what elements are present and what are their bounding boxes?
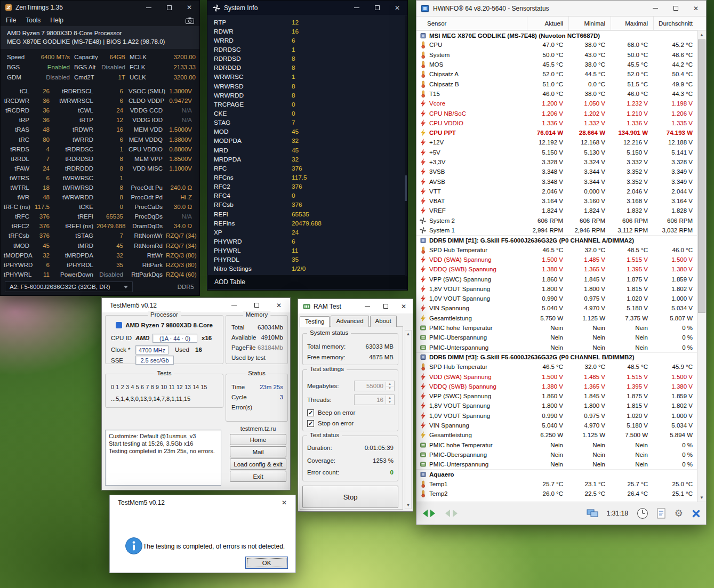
sensor-row[interactable]: System 12,994 RPM2,946 RPM3,112 RPM3,032… — [416, 225, 697, 235]
maximize-button[interactable] — [159, 1, 179, 14]
tab-testing[interactable]: Testing — [300, 316, 330, 327]
minimize-button[interactable] — [358, 299, 376, 313]
sensor-row[interactable]: VPP (SWC) Spannung1.860 V1.845 V1.875 V1… — [416, 391, 697, 401]
sensor-row[interactable]: VDD (SWA) Spannung1.500 V1.485 V1.515 V1… — [416, 372, 697, 381]
menu-tools[interactable]: Tools — [26, 17, 41, 24]
spin-down-icon[interactable]: ▼ — [386, 386, 394, 391]
sensor-row[interactable]: Temp125.7 °C23.1 °C25.7 °C25.0 °C — [416, 479, 697, 489]
test-number[interactable]: 8 — [151, 384, 154, 390]
spin-down-icon[interactable]: ▼ — [386, 400, 394, 405]
close-button[interactable]: ✕ — [179, 1, 199, 14]
test-number[interactable]: 0 — [111, 384, 114, 390]
menu-help[interactable]: Help — [50, 17, 63, 24]
scrollbar-thumb[interactable] — [698, 39, 705, 313]
sensor-row[interactable]: Gesamtleistung6.250 W1.125 W7.500 W5.894… — [416, 430, 697, 440]
website-label[interactable]: testmem.tz.ru — [230, 425, 286, 432]
exit-button[interactable]: Exit — [230, 471, 286, 482]
nav-back-forward-icon[interactable] — [422, 509, 437, 518]
sensor-row[interactable]: +3,3V3.328 V3.324 V3.332 V3.328 V — [416, 157, 697, 167]
ramtest-titlebar[interactable]: RAM Test ✕ — [298, 299, 413, 313]
menu-file[interactable]: File — [6, 17, 16, 24]
spin-up-icon[interactable]: ▲ — [386, 396, 394, 400]
rt-scrollbar[interactable]: ▲ ▼ — [405, 330, 412, 509]
sensor-row[interactable]: +12V12.192 V12.168 V12.216 V12.188 V — [416, 138, 697, 147]
close-button[interactable]: ✕ — [273, 495, 295, 510]
minimize-button[interactable] — [645, 1, 665, 16]
column-sensor[interactable]: Sensor — [416, 20, 527, 27]
column-minimal[interactable]: Minimal — [568, 17, 611, 30]
sensor-row[interactable]: VPP (SWC) Spannung1.860 V1.845 V1.875 V1… — [416, 274, 697, 284]
dialog-titlebar[interactable]: TestMem5 v0.12 ✕ — [110, 495, 295, 510]
sensor-row[interactable]: Temp226.0 °C22.5 °C26.4 °C25.1 °C — [416, 489, 697, 498]
minimize-button[interactable] — [139, 1, 159, 14]
sensor-group-header[interactable]: Aquaero — [416, 469, 697, 479]
maximize-button[interactable] — [245, 298, 268, 312]
sensor-row[interactable]: VTT2.046 V0.000 V2.046 V2.044 V — [416, 187, 697, 196]
sensor-row[interactable]: AVSB3.348 V3.344 V3.352 V3.349 V — [416, 176, 697, 186]
sensor-row[interactable]: 3VSB3.348 V3.344 V3.352 V3.349 V — [416, 167, 697, 176]
stop-on-error-checkbox[interactable]: ✓Stop on error — [307, 418, 355, 429]
tm-log[interactable]: Customize: Default @1usmus_v3Start testi… — [105, 430, 221, 486]
sensor-row[interactable]: Gesamtleistung5.750 W1.125 W7.375 W5.807… — [416, 313, 697, 323]
sensor-row[interactable]: System 2606 RPM606 RPM606 RPM606 RPM — [416, 216, 697, 225]
sensor-row[interactable]: PMIC hohe TemperaturNeinNeinNein0 % — [416, 440, 697, 449]
tab-about[interactable]: About — [370, 316, 397, 327]
sensor-row[interactable]: PMIC-ÜberspannungNeinNeinNein0 % — [416, 450, 697, 460]
sensor-group-header[interactable]: DDR5 DIMM [#1]: G.Skill F5-6000J2636G32G… — [416, 235, 697, 245]
test-number[interactable]: 1 — [116, 384, 119, 390]
sensor-row[interactable]: SPD Hub Temperatur46.5 °C32.0 °C48.5 °C4… — [416, 362, 697, 372]
sensor-row[interactable]: CPU VDDIO1.336 V1.332 V1.336 V1.335 V — [416, 118, 697, 128]
sensor-row[interactable]: SPD Hub Temperatur46.5 °C32.0 °C48.5 °C4… — [416, 245, 697, 255]
spin-up-icon[interactable]: ▲ — [386, 382, 394, 386]
sensor-row[interactable]: +5V5.150 V5.130 V5.150 V5.141 V — [416, 148, 697, 157]
scrollbar-thumb[interactable] — [405, 175, 407, 201]
sensor-row[interactable]: T1546.0 °C38.0 °C46.0 °C44.3 °C — [416, 89, 697, 99]
test-number[interactable]: 14 — [192, 384, 199, 390]
sensor-row[interactable]: 1,8V VOUT Spannung1.800 V1.800 V1.815 V1… — [416, 284, 697, 294]
close-button[interactable]: ✕ — [395, 299, 413, 313]
sensor-row[interactable]: VREF1.824 V1.824 V1.832 V1.828 V — [416, 206, 697, 215]
sensor-row[interactable]: System50.0 °C43.0 °C50.0 °C48.6 °C — [416, 50, 697, 60]
sensor-row[interactable]: Vcore1.200 V1.050 V1.232 V1.198 V — [416, 99, 697, 108]
maximize-button[interactable] — [367, 1, 387, 15]
maximize-button[interactable] — [376, 299, 395, 313]
home-button[interactable]: Home — [230, 434, 286, 445]
test-number[interactable]: 7 — [146, 384, 149, 390]
sensor-group-header[interactable]: MSI MEG X870E GODLIKE (MS-7E48) (Nuvoton… — [416, 30, 697, 40]
close-sensors-icon[interactable] — [692, 509, 701, 518]
test-number[interactable]: 9 — [156, 384, 159, 390]
sensor-row[interactable]: VIN Spannung5.040 V4.970 V5.180 V5.034 V — [416, 421, 697, 430]
test-number[interactable]: 3 — [126, 384, 129, 390]
test-number[interactable]: 13 — [184, 384, 191, 390]
clock-icon[interactable] — [637, 508, 648, 519]
tab-advanced[interactable]: Advanced — [331, 316, 368, 327]
sensor-row[interactable]: VDDQ (SWB) Spannung1.380 V1.365 V1.395 V… — [416, 264, 697, 274]
nav-back-forward-disabled-icon[interactable] — [444, 509, 459, 518]
test-number[interactable]: 15 — [201, 384, 207, 390]
testmem5-titlebar[interactable]: TestMem5 v0.12 ✕ — [102, 298, 290, 312]
sensor-row[interactable]: PMIC-ÜberspannungNeinNeinNein0 % — [416, 333, 697, 342]
test-number[interactable]: 11 — [169, 384, 175, 390]
test-number[interactable]: 2 — [121, 384, 124, 390]
aod-table-header[interactable]: AOD Table — [208, 275, 407, 289]
sensor-row[interactable]: CPU NB/SoC1.206 V1.202 V1.210 V1.206 V — [416, 108, 697, 118]
dimm-selector[interactable]: A2: F5-6000J2636G32G (32GB, DR) — [5, 281, 133, 292]
sensor-row[interactable]: CPU PPT76.014 W28.664 W134.901 W74.193 W — [416, 128, 697, 138]
si-scrollbar[interactable] — [405, 15, 407, 276]
scroll-down-icon[interactable]: ▼ — [405, 502, 411, 509]
settings-gear-icon[interactable]: ⚙ — [675, 508, 683, 519]
maximize-button[interactable] — [665, 1, 686, 16]
zentimings-titlebar[interactable]: ZenTimings 1.35 ✕ — [1, 1, 199, 14]
test-number[interactable]: 4 — [131, 384, 134, 390]
sensor-row[interactable]: VBAT3.164 V3.160 V3.168 V3.164 V — [416, 196, 697, 206]
stop-button[interactable]: Stop — [302, 486, 398, 508]
mail-button[interactable]: Mail — [230, 446, 286, 457]
sensor-row[interactable]: VIN Spannung5.040 V4.970 V5.180 V5.034 V — [416, 303, 697, 313]
screenshot-camera-icon[interactable] — [186, 17, 194, 24]
column-maximal[interactable]: Maximal — [611, 17, 653, 30]
load-config-exit-button[interactable]: Load config & exit — [230, 458, 286, 470]
scroll-down-icon[interactable]: ▼ — [697, 493, 706, 502]
scroll-up-icon[interactable]: ▲ — [697, 30, 706, 39]
scroll-up-icon[interactable]: ▲ — [405, 331, 411, 337]
threads-input[interactable]: 16 ▲▼ — [354, 394, 395, 405]
